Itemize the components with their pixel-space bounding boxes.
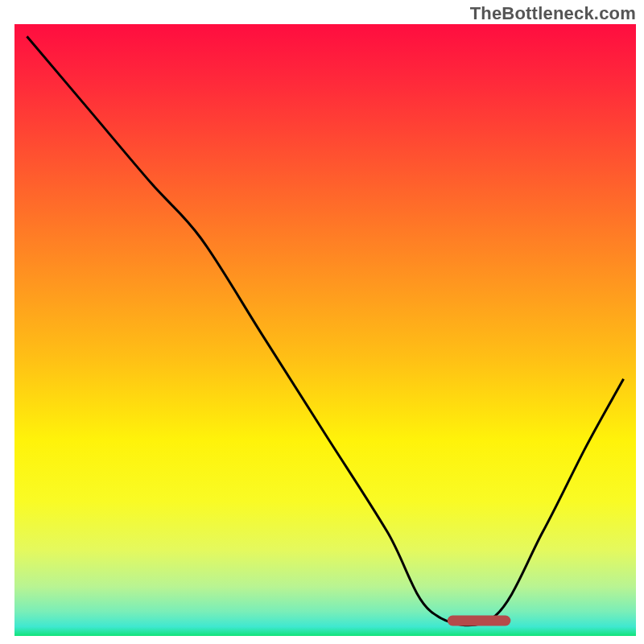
chart-svg [0,0,644,644]
bottleneck-chart: TheBottleneck.com [0,0,644,644]
watermark-text: TheBottleneck.com [470,3,636,24]
plot-background [14,24,636,636]
